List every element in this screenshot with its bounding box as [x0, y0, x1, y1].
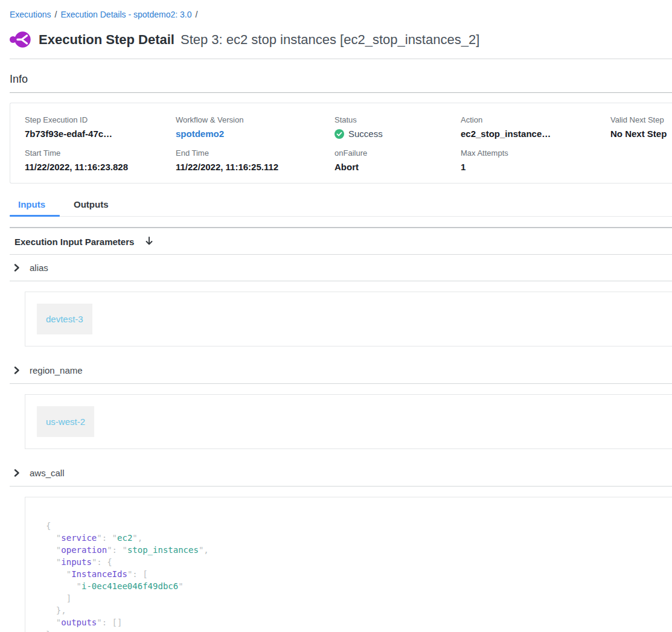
- execution-step-detail-page: Executions/Execution Details - spotdemo2…: [0, 0, 672, 632]
- param-name: alias: [30, 263, 48, 273]
- workflow-logo-icon: [10, 31, 31, 48]
- chevron-right-icon: [13, 264, 21, 272]
- field-label: Workflow & Version: [176, 115, 334, 124]
- success-check-icon: [334, 129, 344, 139]
- chevron-right-icon: [13, 366, 21, 374]
- field-value: 11/22/2022, 11:16:25.112: [176, 162, 334, 172]
- breadcrumb-link-executions[interactable]: Executions: [10, 10, 51, 19]
- field-onfailure: onFailure Abort: [334, 148, 461, 172]
- param-section-alias: alias devtest-3: [10, 255, 672, 346]
- execution-input-parameters-title: Execution Input Parameters: [14, 237, 134, 247]
- field-label: Max Attempts: [461, 148, 610, 158]
- field-valid-next-step: Valid Next Step No Next Step: [610, 115, 672, 139]
- field-step-execution-id: Step Execution ID 7b73f93e-edaf-47c…: [25, 115, 176, 139]
- field-action: Action ec2_stop_instance…: [461, 115, 610, 139]
- field-label: Status: [334, 115, 461, 124]
- breadcrumb-separator: /: [54, 10, 57, 19]
- field-label: Start Time: [25, 148, 176, 158]
- info-card: Step Execution ID 7b73f93e-edaf-47c… Wor…: [10, 103, 672, 184]
- field-label: Action: [461, 115, 610, 124]
- param-value-box: devtest-3: [25, 292, 672, 346]
- chevron-right-icon: [13, 469, 21, 477]
- field-start-time: Start Time 11/22/2022, 11:16:23.828: [25, 148, 176, 172]
- status-badge: Success: [334, 129, 461, 139]
- status-text: Success: [348, 129, 383, 139]
- breadcrumb-link-execution-details[interactable]: Execution Details - spotdemo2: 3.0: [60, 10, 191, 19]
- param-section-region-name: region_name us-west-2: [10, 357, 672, 449]
- field-label: End Time: [176, 148, 334, 158]
- param-value-box: us-west-2: [25, 394, 672, 449]
- field-empty: [610, 148, 672, 172]
- field-value: 1: [461, 162, 610, 172]
- breadcrumb: Executions/Execution Details - spotdemo2…: [10, 0, 672, 19]
- param-row-aws-call[interactable]: aws_call: [10, 460, 672, 487]
- page-header: Execution Step Detail Step 3: ec2 stop i…: [10, 31, 672, 59]
- field-label: Step Execution ID: [25, 115, 176, 124]
- breadcrumb-separator: /: [196, 10, 198, 19]
- field-value: 11/22/2022, 11:16:23.828: [25, 162, 176, 172]
- info-section-heading: Info: [10, 73, 672, 93]
- execution-input-parameters-header: Execution Input Parameters: [10, 228, 672, 255]
- field-status: Status Success: [334, 115, 461, 139]
- field-workflow-version: Workflow & Version spotdemo2: [176, 115, 334, 139]
- param-value-chip: devtest-3: [37, 304, 92, 334]
- field-value: 7b73f93e-edaf-47c…: [25, 129, 176, 139]
- download-arrow-icon[interactable]: [144, 236, 154, 247]
- field-value: Abort: [334, 162, 461, 172]
- page-title: Execution Step Detail: [39, 32, 174, 48]
- field-label: Valid Next Step: [610, 115, 672, 124]
- param-row-alias[interactable]: alias: [10, 255, 672, 281]
- tab-outputs[interactable]: Outputs: [60, 194, 123, 216]
- field-max-attempts: Max Attempts 1: [461, 148, 610, 172]
- param-value-chip: us-west-2: [37, 406, 94, 437]
- field-label: onFailure: [334, 148, 461, 158]
- tab-bar: Inputs Outputs: [10, 194, 672, 217]
- workflow-link[interactable]: spotdemo2: [176, 129, 334, 139]
- param-section-aws-call: aws_call { "service": "ec2", "operation"…: [10, 460, 672, 632]
- field-end-time: End Time 11/22/2022, 11:16:25.112: [176, 148, 334, 172]
- param-code-box: { "service": "ec2", "operation": "stop_i…: [25, 497, 672, 632]
- field-value: No Next Step: [610, 129, 672, 139]
- page-subtitle: Step 3: ec2 stop instances [ec2_stop_ins…: [181, 32, 479, 48]
- param-row-region-name[interactable]: region_name: [10, 357, 672, 384]
- field-value: ec2_stop_instance…: [461, 129, 610, 139]
- param-name: region_name: [30, 365, 83, 375]
- param-name: aws_call: [30, 468, 65, 478]
- aws-call-code: { "service": "ec2", "operation": "stop_i…: [46, 520, 672, 632]
- tab-inputs[interactable]: Inputs: [10, 194, 60, 216]
